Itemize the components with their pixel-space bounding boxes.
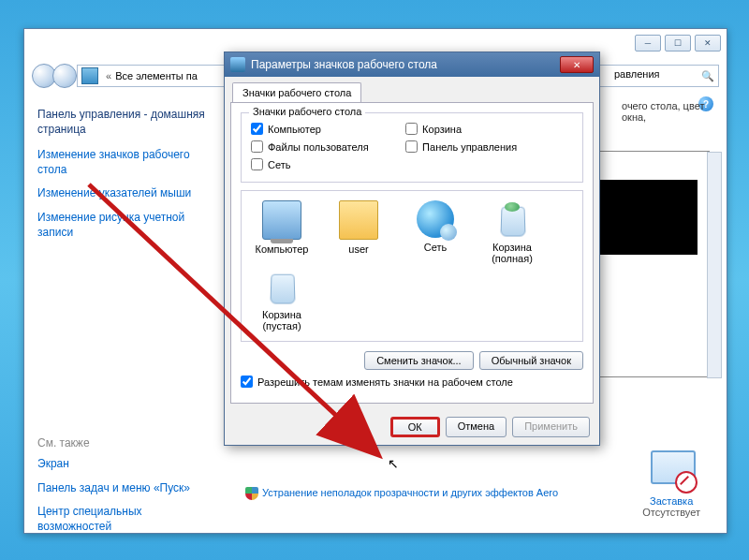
dialog-titlebar[interactable]: Параметры значков рабочего стола ✕ [225, 52, 599, 77]
screensaver-status: Отсутствует [642, 507, 700, 518]
icon-item-user[interactable]: user [324, 200, 393, 264]
breadcrumb-text-right: равления [614, 68, 660, 80]
computer-icon [262, 200, 301, 240]
page-heading-fragment: очего стола, цвет окна, [622, 100, 727, 123]
group-legend: Значки рабочего стола [249, 106, 365, 117]
breadcrumb-text-left: Все элементы па [115, 70, 198, 81]
nav-forward-button[interactable] [52, 64, 77, 88]
search-icon: 🔍 [701, 70, 714, 82]
default-icon-button[interactable]: Обычный значок [479, 351, 583, 370]
icon-item-bin-full[interactable]: Корзина (полная) [477, 200, 547, 264]
checkbox-allow-themes[interactable]: Разрешить темам изменять значки на рабоч… [241, 376, 583, 388]
sidebar-home-link[interactable]: Панель управления - домашняя страница [37, 108, 215, 137]
checkbox-control-panel[interactable]: Панель управления [405, 140, 560, 153]
recycle-bin-full-icon [493, 200, 531, 238]
desktop-icon-settings-dialog: Параметры значков рабочего стола ✕ Значк… [224, 52, 600, 446]
sidebar-also-taskbar[interactable]: Панель задач и меню «Пуск» [37, 481, 215, 496]
screensaver-tile[interactable]: Заставка Отсутствует [642, 450, 700, 518]
icon-preview-list: Компьютер user Сеть Корзина (полная) Кор… [241, 190, 583, 342]
sidebar-also-screen[interactable]: Экран [37, 457, 215, 472]
network-icon [417, 200, 454, 238]
shield-icon [245, 487, 258, 500]
dialog-icon [230, 57, 245, 72]
aero-link-text: Устранение неполадок прозрачности и друг… [262, 487, 558, 498]
sidebar-link-desktop-icons[interactable]: Изменение значков рабочего стола [37, 148, 215, 177]
cancel-button[interactable]: Отмена [446, 417, 507, 437]
checkbox-user-files[interactable]: Файлы пользователя [251, 140, 405, 153]
minimize-button[interactable]: ─ [635, 35, 661, 52]
see-also-label: См. также [37, 436, 215, 449]
icon-item-bin-empty[interactable]: Корзина (пустая) [247, 268, 316, 332]
no-entry-icon [675, 471, 698, 494]
preview-thumbnail [595, 180, 698, 255]
chevron-left-icon: « [106, 70, 111, 81]
maximize-button[interactable]: ☐ [665, 35, 691, 52]
dialog-close-button[interactable]: ✕ [560, 56, 594, 73]
sidebar-link-account-picture[interactable]: Изменение рисунка учетной записи [37, 211, 215, 240]
sidebar-also-accessibility[interactable]: Центр специальных возможностей [37, 505, 215, 534]
sidebar: Панель управления - домашняя страница Из… [24, 95, 228, 533]
control-panel-icon [81, 67, 98, 84]
cursor-icon: ↖ [388, 456, 399, 471]
checkbox-recycle-bin[interactable]: Корзина [405, 123, 560, 135]
theme-preview-panel [586, 151, 710, 377]
aero-troubleshoot-link[interactable]: Устранение неполадок прозрачности и друг… [245, 487, 558, 500]
dialog-title: Параметры значков рабочего стола [251, 58, 437, 71]
sidebar-link-mouse-pointers[interactable]: Изменение указателей мыши [37, 186, 215, 201]
icon-item-network[interactable]: Сеть [401, 200, 470, 264]
recycle-bin-empty-icon [263, 268, 301, 305]
icon-item-computer[interactable]: Компьютер [247, 200, 316, 264]
checkbox-network[interactable]: Сеть [251, 158, 405, 170]
desktop-icons-group: Значки рабочего стола Компьютер Корзина … [241, 112, 583, 183]
apply-button[interactable]: Применить [512, 417, 590, 437]
checkbox-computer[interactable]: Компьютер [251, 123, 405, 135]
ok-button[interactable]: ОК [390, 417, 440, 437]
change-icon-button[interactable]: Сменить значок... [364, 351, 474, 370]
close-button[interactable]: ✕ [695, 35, 721, 52]
tab-desktop-icons[interactable]: Значки рабочего стола [232, 82, 361, 102]
folder-icon [339, 200, 378, 240]
screensaver-label: Заставка [642, 495, 700, 507]
preview-scrollbar[interactable] [707, 152, 722, 378]
